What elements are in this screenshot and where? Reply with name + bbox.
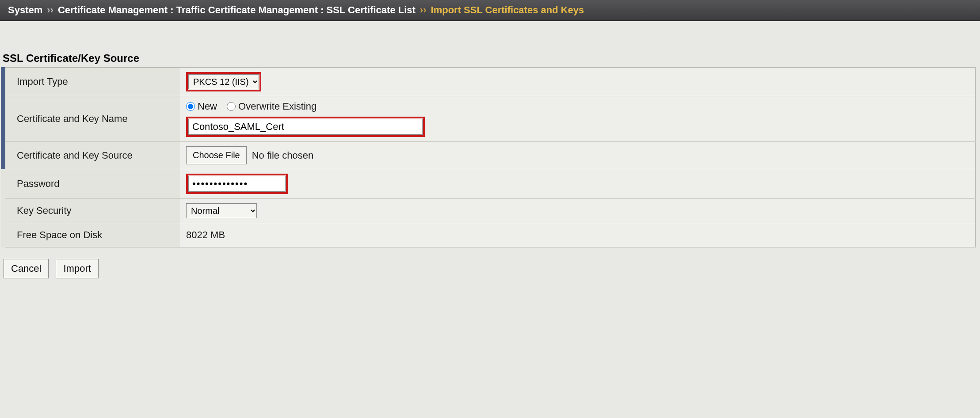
highlight-box: PKCS 12 (IIS): [186, 72, 261, 91]
radio-overwrite[interactable]: [227, 102, 236, 111]
key-security-select[interactable]: Normal: [186, 203, 257, 218]
breadcrumb-separator: ››: [47, 4, 53, 16]
import-type-select[interactable]: PKCS 12 (IIS): [188, 74, 259, 89]
radio-overwrite-text: Overwrite Existing: [238, 101, 316, 112]
row-cert-key-name: Certificate and Key Name New Overwrite E…: [3, 96, 976, 142]
label-cert-key-source: Certificate and Key Source: [3, 142, 180, 169]
cert-key-name-input[interactable]: [188, 119, 423, 135]
row-free-space: Free Space on Disk 8022 MB: [3, 223, 976, 247]
choose-file-button[interactable]: Choose File: [186, 146, 247, 164]
row-import-type: Import Type PKCS 12 (IIS): [3, 68, 976, 96]
breadcrumb-root[interactable]: System: [8, 4, 42, 16]
radio-new[interactable]: [186, 102, 195, 111]
highlight-box: [186, 174, 288, 194]
breadcrumb-path[interactable]: Certificate Management : Traffic Certifi…: [58, 4, 416, 16]
row-cert-key-source: Certificate and Key Source Choose File N…: [3, 142, 976, 169]
label-import-type: Import Type: [3, 68, 180, 96]
section-title: SSL Certificate/Key Source: [1, 52, 976, 65]
free-space-value: 8022 MB: [180, 223, 976, 247]
radio-new-label[interactable]: New: [186, 101, 217, 112]
label-password: Password: [3, 169, 180, 199]
import-button[interactable]: Import: [56, 259, 98, 278]
highlight-box: [186, 117, 425, 137]
file-status-text: No file chosen: [252, 150, 313, 161]
row-password: Password: [3, 169, 976, 199]
radio-new-text: New: [198, 101, 217, 112]
radio-overwrite-label[interactable]: Overwrite Existing: [227, 101, 316, 112]
label-cert-key-name: Certificate and Key Name: [3, 96, 180, 142]
cancel-button[interactable]: Cancel: [4, 259, 49, 278]
label-free-space: Free Space on Disk: [3, 223, 180, 247]
label-key-security: Key Security: [3, 199, 180, 223]
password-input[interactable]: [188, 176, 286, 192]
breadcrumb: System ›› Certificate Management : Traff…: [0, 0, 980, 21]
row-key-security: Key Security Normal: [3, 199, 976, 223]
breadcrumb-current: Import SSL Certificates and Keys: [431, 4, 584, 16]
breadcrumb-separator: ››: [420, 4, 427, 16]
form-table: Import Type PKCS 12 (IIS) Certificate an…: [1, 67, 976, 247]
